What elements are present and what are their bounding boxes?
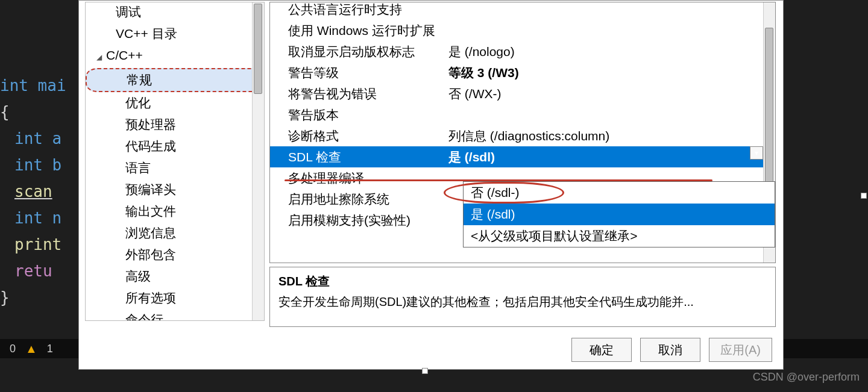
- tree-item-general[interactable]: 常规: [86, 68, 264, 92]
- desc-body: 安全开发生命周期(SDL)建议的其他检查；包括启用其他安全代码生成功能并...: [278, 293, 767, 311]
- prop-value[interactable]: 列信息 (/diagnostics:column): [445, 125, 763, 146]
- dropdown-option-yes[interactable]: 是 (/sdl): [464, 204, 775, 225]
- property-grid[interactable]: 公共语言运行时支持 使用 Windows 运行时扩展 取消显示启动版权标志是 (…: [269, 2, 776, 263]
- resize-handle-bottom[interactable]: [422, 368, 428, 374]
- prop-row-sdl-check[interactable]: SDL 检查 是 (/sdl) ▾: [270, 146, 763, 167]
- tree-item-browse-info[interactable]: 浏览信息: [86, 222, 264, 244]
- prop-label: 多处理器编译: [270, 167, 445, 188]
- tree-item-codegen[interactable]: 代码生成: [86, 135, 264, 157]
- tree-item-command-line[interactable]: 命令行: [86, 309, 264, 321]
- tree-item-language[interactable]: 语言: [86, 157, 264, 179]
- cancel-button[interactable]: 取消: [640, 338, 700, 362]
- code-line: int b: [14, 156, 61, 174]
- editor-workspace: int mai { int a int b scan int n print r…: [0, 0, 868, 392]
- prop-label: 诊断格式: [270, 125, 445, 146]
- prop-label: 取消显示启动版权标志: [270, 41, 445, 62]
- apply-button[interactable]: 应用(A): [709, 338, 772, 362]
- tree-item-preprocessor[interactable]: 预处理器: [86, 114, 264, 135]
- prop-label: 警告等级: [270, 62, 445, 83]
- tree-item-external-include[interactable]: 外部包含: [86, 244, 264, 266]
- resize-handle-right[interactable]: [861, 193, 867, 199]
- prop-label: 使用 Windows 运行时扩展: [270, 20, 445, 41]
- prop-value[interactable]: 等级 3 (/W3): [445, 62, 763, 83]
- code-line: print: [14, 235, 61, 254]
- dropdown-toggle[interactable]: ▾: [750, 146, 763, 160]
- tree-item-optimization[interactable]: 优化: [86, 92, 264, 114]
- prop-value[interactable]: 否 (/WX-): [445, 83, 763, 104]
- chevron-down-icon: ▾: [755, 143, 758, 164]
- prop-label: 启用模糊支持(实验性): [270, 210, 445, 231]
- sdl-dropdown-list[interactable]: 否 (/sdl-) 是 (/sdl) <从父级或项目默认设置继承>: [463, 181, 775, 247]
- tree-item-advanced[interactable]: 高级: [86, 266, 264, 287]
- code-line: int n: [14, 209, 61, 227]
- dropdown-option-inherit[interactable]: <从父级或项目默认设置继承>: [464, 225, 775, 247]
- dropdown-option-no[interactable]: 否 (/sdl-): [464, 182, 775, 204]
- tree-item-output-files[interactable]: 输出文件: [86, 201, 264, 222]
- dialog-buttons: 确定 取消 应用(A): [571, 338, 772, 362]
- prop-label: 公共语言运行时支持: [270, 2, 445, 20]
- watermark: CSDN @over-perform: [753, 371, 860, 384]
- ok-button[interactable]: 确定: [571, 338, 632, 362]
- code-line: int a: [14, 129, 61, 148]
- prop-label: 将警告视为错误: [270, 83, 445, 104]
- status-zero: 0: [10, 343, 16, 355]
- status-warn-count: 1: [47, 343, 53, 355]
- config-tree-panel[interactable]: 调试 VC++ 目录 C/C++ 常规 优化 预处理器 代码生成 语言 预编译头…: [85, 2, 265, 321]
- prop-value[interactable]: 是 (/nologo): [445, 41, 763, 62]
- tree-item-ccpp[interactable]: C/C++: [86, 45, 264, 68]
- tree-item-debug[interactable]: 调试: [86, 2, 264, 23]
- property-pages-dialog: 调试 VC++ 目录 C/C++ 常规 优化 预处理器 代码生成 语言 预编译头…: [78, 0, 784, 370]
- tree-item-precompiled[interactable]: 预编译头: [86, 179, 264, 201]
- warning-icon: ▲: [25, 342, 37, 356]
- code-line: retu: [14, 262, 52, 280]
- prop-label: SDL 检查: [270, 146, 445, 167]
- code-line: scan: [14, 182, 52, 201]
- tree-item-all-options[interactable]: 所有选项: [86, 287, 264, 309]
- prop-label: 启用地址擦除系统: [270, 188, 445, 210]
- desc-title: SDL 检查: [278, 272, 767, 290]
- prop-value-sdl[interactable]: 是 (/sdl): [445, 146, 763, 167]
- code-line: int mai: [0, 76, 66, 95]
- code-background: int mai { int a int b scan int n print r…: [0, 0, 84, 337]
- tree-item-vcpp-dirs[interactable]: VC++ 目录: [86, 23, 264, 45]
- annotation-line: [285, 179, 712, 181]
- prop-label: 警告版本: [270, 104, 445, 125]
- property-description: SDL 检查 安全开发生命周期(SDL)建议的其他检查；包括启用其他安全代码生成…: [269, 267, 776, 327]
- tree-scrollbar[interactable]: [252, 2, 264, 320]
